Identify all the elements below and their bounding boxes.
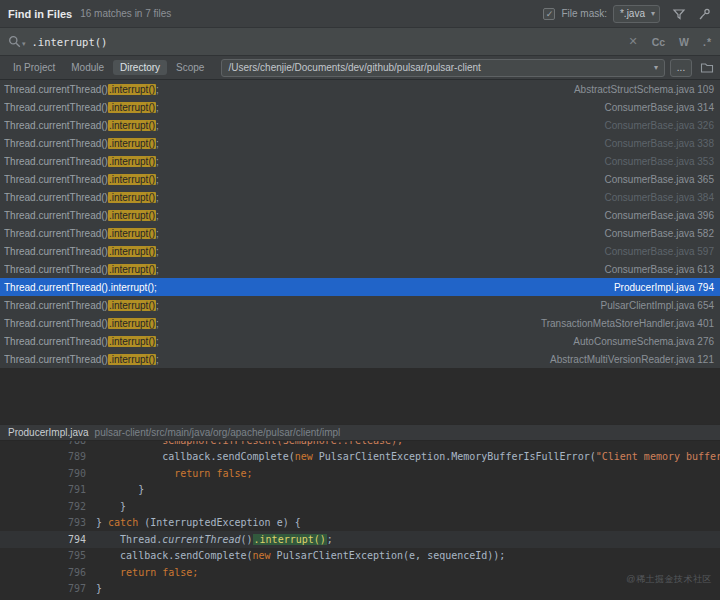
directory-path-combo[interactable]: /Users/chenjie/Documents/dev/github/puls… <box>221 59 665 77</box>
code-line: 797} <box>0 581 720 598</box>
result-file-label: ConsumerBase.java 384 <box>604 192 714 203</box>
code-line: 794Thread.currentThread().interrupt(); <box>0 531 720 548</box>
file-mask-value: *.java <box>620 8 645 19</box>
result-row[interactable]: Thread.currentThread().interrupt();Consu… <box>0 260 720 278</box>
scope-tab-in-project[interactable]: In Project <box>6 60 62 75</box>
code-line: 793} catch (InterruptedException e) { <box>0 515 720 532</box>
result-row[interactable]: Thread.currentThread().interrupt();Consu… <box>0 188 720 206</box>
line-number: 797 <box>0 583 96 594</box>
line-number: 792 <box>0 501 96 512</box>
code-line: 791} <box>0 482 720 499</box>
result-row[interactable]: Thread.currentThread().interrupt();Consu… <box>0 98 720 116</box>
watermark: @稀土掘金技术社区 <box>626 573 712 586</box>
results-list: Thread.currentThread().interrupt();Abstr… <box>0 80 720 368</box>
result-file-label: ConsumerBase.java 314 <box>604 102 714 113</box>
result-row[interactable]: Thread.currentThread().interrupt();Abstr… <box>0 80 720 98</box>
line-number: 791 <box>0 484 96 495</box>
result-row[interactable]: Thread.currentThread().interrupt();Consu… <box>0 242 720 260</box>
search-history-chevron-icon[interactable]: ▾ <box>22 40 26 48</box>
line-number: 793 <box>0 517 96 528</box>
line-number: 794 <box>0 534 96 545</box>
code-line: 789callback.sendComplete(new PulsarClien… <box>0 449 720 466</box>
line-number: 790 <box>0 468 96 479</box>
result-file-label: ConsumerBase.java 597 <box>604 246 714 257</box>
line-number: 789 <box>0 451 96 462</box>
match-case-toggle[interactable]: Cc <box>652 36 665 48</box>
result-file-label: ConsumerBase.java 338 <box>604 138 714 149</box>
code-lines: 788semaphore.ifPresent(Semaphore::releas… <box>0 441 720 600</box>
result-file-label: ProducerImpl.java 794 <box>614 282 714 293</box>
result-row[interactable]: Thread.currentThread().interrupt();Consu… <box>0 116 720 134</box>
result-file-label: ConsumerBase.java 365 <box>604 174 714 185</box>
results-filler <box>0 368 720 424</box>
result-file-label: ConsumerBase.java 613 <box>604 264 714 275</box>
result-file-label: AbstractStructSchema.java 109 <box>574 84 714 95</box>
result-file-label: AbstractMultiVersionReader.java 121 <box>550 354 714 365</box>
search-icon <box>8 35 21 48</box>
whole-words-toggle[interactable]: W <box>679 36 689 48</box>
result-file-label: ConsumerBase.java 353 <box>604 156 714 167</box>
file-mask-label: File mask: <box>561 8 607 19</box>
result-row[interactable]: Thread.currentThread().interrupt();Produ… <box>0 278 720 296</box>
result-row[interactable]: Thread.currentThread().interrupt();Pulsa… <box>0 296 720 314</box>
line-number: 796 <box>0 567 96 578</box>
scope-bar: In ProjectModuleDirectoryScope /Users/ch… <box>0 56 720 80</box>
code-line: 792} <box>0 498 720 515</box>
preview-file-name: ProducerImpl.java <box>8 427 89 438</box>
directory-path-value: /Users/chenjie/Documents/dev/github/puls… <box>228 62 648 73</box>
result-file-label: AutoConsumeSchema.java 276 <box>573 336 714 347</box>
code-line: 795callback.sendComplete(new PulsarClien… <box>0 548 720 565</box>
result-row[interactable]: Thread.currentThread().interrupt();Trans… <box>0 314 720 332</box>
folder-icon[interactable] <box>700 61 714 74</box>
code-line: 788semaphore.ifPresent(Semaphore::releas… <box>0 441 720 449</box>
search-input[interactable]: ▾ .interrupt() ✕ Cc W .* <box>0 28 720 56</box>
line-number: 795 <box>0 550 96 561</box>
scope-tabs: In ProjectModuleDirectoryScope <box>6 60 213 75</box>
filter-icon[interactable] <box>672 7 686 21</box>
file-mask-checkbox[interactable]: ✓ <box>543 8 555 20</box>
regex-toggle[interactable]: .* <box>703 36 712 48</box>
result-file-label: ConsumerBase.java 582 <box>604 228 714 239</box>
code-line: 796return false; <box>0 564 720 581</box>
titlebar: Find in Files 16 matches in 7 files ✓ Fi… <box>0 0 720 28</box>
scope-tab-directory[interactable]: Directory <box>113 60 167 75</box>
dialog-title: Find in Files <box>8 8 72 20</box>
result-row[interactable]: Thread.currentThread().interrupt();Consu… <box>0 170 720 188</box>
titlebar-right: ✓ File mask: *.java ▾ <box>543 5 712 23</box>
result-file-label: ConsumerBase.java 326 <box>604 120 714 131</box>
code-editor[interactable]: 788semaphore.ifPresent(Semaphore::releas… <box>0 441 720 600</box>
preview-header: ProducerImpl.java pulsar-client/src/main… <box>0 424 720 441</box>
result-row[interactable]: Thread.currentThread().interrupt();AutoC… <box>0 332 720 350</box>
result-file-label: ConsumerBase.java 396 <box>604 210 714 221</box>
code-line: 790return false; <box>0 465 720 482</box>
result-file-label: PulsarClientImpl.java 654 <box>601 300 714 311</box>
result-row[interactable]: Thread.currentThread().interrupt();Consu… <box>0 134 720 152</box>
scope-tab-module[interactable]: Module <box>64 60 111 75</box>
browse-directory-button[interactable]: ... <box>670 59 692 77</box>
pin-icon[interactable] <box>698 7 712 21</box>
search-options: ✕ Cc W .* <box>628 35 712 48</box>
result-row[interactable]: Thread.currentThread().interrupt();Abstr… <box>0 350 720 368</box>
line-number: 788 <box>0 441 96 446</box>
chevron-down-icon: ▾ <box>654 63 658 72</box>
search-query-text: .interrupt() <box>32 36 108 48</box>
find-in-files-window: Find in Files 16 matches in 7 files ✓ Fi… <box>0 0 720 600</box>
preview-file-path: pulsar-client/src/main/java/org/apache/p… <box>95 427 341 438</box>
clear-search-icon[interactable]: ✕ <box>628 35 637 48</box>
scope-tab-scope[interactable]: Scope <box>169 60 211 75</box>
match-summary: 16 matches in 7 files <box>80 8 171 19</box>
chevron-down-icon: ▾ <box>651 9 655 18</box>
result-file-label: TransactionMetaStoreHandler.java 401 <box>541 318 714 329</box>
result-row[interactable]: Thread.currentThread().interrupt();Consu… <box>0 224 720 242</box>
file-mask-combo[interactable]: *.java ▾ <box>613 5 660 23</box>
result-row[interactable]: Thread.currentThread().interrupt();Consu… <box>0 152 720 170</box>
result-row[interactable]: Thread.currentThread().interrupt();Consu… <box>0 206 720 224</box>
